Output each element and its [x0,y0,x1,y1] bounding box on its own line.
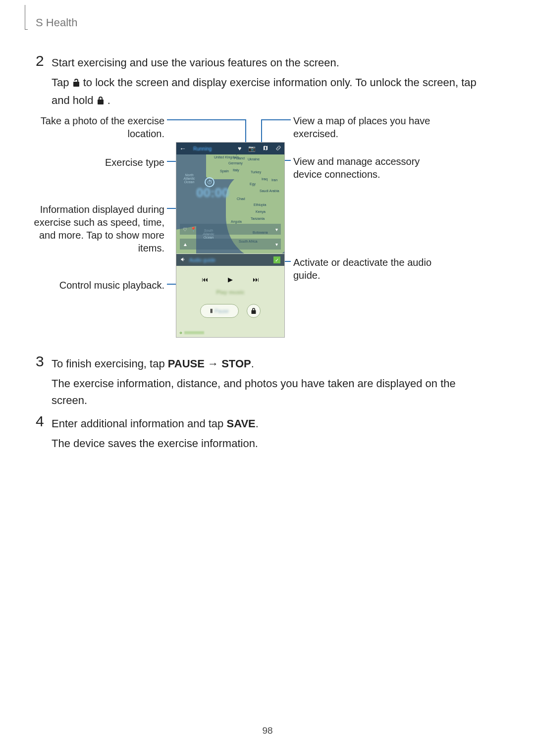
step-2-line1: Start exercising and use the various fea… [52,54,339,71]
map-label: Egy [250,182,256,186]
step-2-l2c: . [107,94,110,106]
map-label: Ukraine [248,157,260,161]
screenshot-phone: ← Running ♥ 📷 North Atlantic Ocean South [176,142,285,338]
control-row: Ⅱ Pause [176,304,284,318]
map-icon[interactable] [263,145,268,152]
map-label: Iran [271,178,277,182]
callout-audio: Activate or deactivate the audio guide. [293,256,432,282]
map-label: Germany [228,161,243,165]
step-2-l2b: to lock the screen and display exercise … [52,76,477,106]
header-rule [25,5,28,30]
map-area[interactable]: North Atlantic Ocean South Atlantic Ocea… [176,154,284,253]
map-label: Norway [226,154,238,155]
pause-button[interactable]: Ⅱ Pause [200,304,239,318]
lock-open-icon [72,75,80,92]
pause-label: Pause [214,308,228,314]
chevron-down-icon: ▾ [275,242,278,247]
location-row[interactable]: ⌖ [176,328,284,337]
step-number-4: 4 [36,413,44,430]
step-4-line2: The device saves the exercise informatio… [52,435,258,452]
step-2-line2: Tap to lock the screen and display exerc… [52,74,487,110]
map-label: Tanzania [251,217,265,220]
stat-row-elev[interactable]: ▲ ▾ [180,239,281,250]
map-label: Turkey [251,170,261,174]
back-icon[interactable]: ← [179,145,186,152]
heart-icon[interactable]: ♥ [238,145,241,152]
step-2-l2a: Tap [52,76,72,89]
map-label: Spain [220,169,229,173]
stat-row-heart[interactable]: ♡ 📍 ▾ [180,224,281,235]
callout-exercise-type: Exercise type [36,156,164,169]
mountain-icon: ▲ [183,242,188,247]
step-number-2: 2 [36,52,44,69]
map-label: Italy [233,168,239,172]
lock-hold-button[interactable] [247,304,261,318]
audio-guide-label: Audio guide [189,257,270,263]
location-icon: ⌖ [179,330,182,336]
map-attribution: Google [178,266,191,270]
callout-accessory: View and manage accessory device connect… [293,155,432,181]
play-icon[interactable]: ▶ [228,276,233,283]
speaker-icon [180,256,186,263]
step-4-line1: Enter additional information and tap SAV… [52,415,259,432]
map-label: North Atlantic Ocean [179,173,199,184]
prev-track-icon[interactable]: ⏮ [202,276,208,283]
page-number: 98 [0,725,535,736]
map-label: Chad [237,197,245,201]
lock-closed-icon [97,93,105,110]
location-text [184,331,204,334]
camera-icon[interactable]: 📷 [248,145,256,152]
callout-music: Control music playback. [36,279,164,292]
audio-guide-row[interactable]: Audio guide ✓ [176,254,284,266]
heart-icon: ♡ [183,227,187,232]
link-icon[interactable] [275,145,281,152]
pause-icon: Ⅱ [210,308,213,314]
map-label: Saudi Arabia [260,189,279,193]
exercise-screen-figure: Take a photo of the exercise location. E… [36,111,482,344]
section-title: S Health [36,16,77,29]
step-number-3: 3 [36,353,44,370]
map-label: Poland [234,156,245,160]
play-music-label: Play music [176,289,284,295]
step-3-line2: The exercise information, distance, and … [52,375,478,409]
timer-display: 00:00 [196,185,229,201]
map-label: Kenya [256,210,266,213]
step-3-line1: To finish exercising, tap PAUSE → STOP. [52,355,254,372]
map-label: Iraq [262,177,268,181]
app-topbar: ← Running ♥ 📷 [176,143,284,154]
next-track-icon[interactable]: ⏭ [253,276,259,283]
activity-label: Running [193,146,231,151]
connector [167,119,246,120]
pin-icon: 📍 [190,227,196,232]
map-label: Angola [231,220,242,223]
chevron-down-icon: ▾ [275,227,278,232]
audio-check-icon[interactable]: ✓ [273,256,280,263]
callout-photo: Take a photo of the exercise location. [36,114,164,140]
music-controls: ⏮ ▶ ⏭ [176,272,284,286]
connector [261,119,291,120]
callout-map: View a map of places you have exercised. [293,114,432,140]
map-label: Ethiopia [254,203,266,206]
callout-info: Information displayed during exercise su… [31,203,164,254]
